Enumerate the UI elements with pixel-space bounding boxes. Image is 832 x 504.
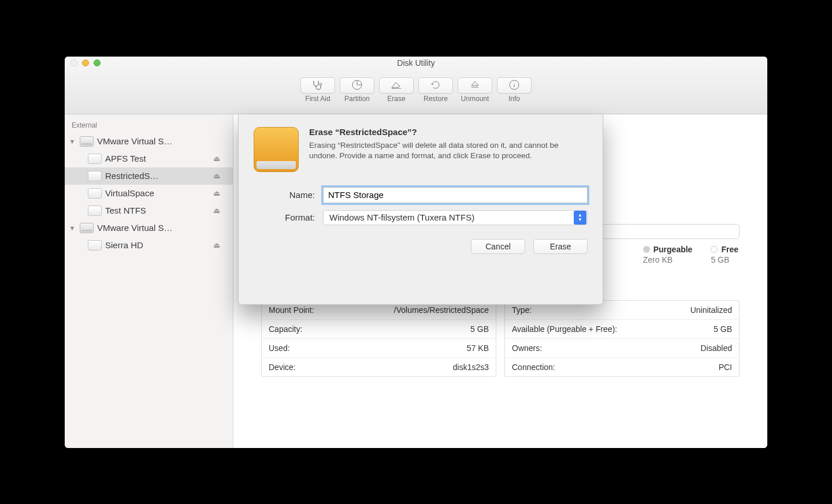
sidebar-drive-vmware-1[interactable]: ▼ VMware Virtual S… xyxy=(65,133,233,150)
detail-available: Available (Purgeable + Free):5 GB xyxy=(505,320,739,339)
detail-owners: Owners:Disabled xyxy=(505,339,739,358)
name-input[interactable] xyxy=(323,187,588,203)
disclosure-icon[interactable]: ▼ xyxy=(68,225,76,232)
toolbar: First Aid Partition Erase Restore Unmoun… xyxy=(65,69,767,114)
sheet-title: Erase “RestrictedSpace”? xyxy=(309,127,588,137)
volume-icon xyxy=(88,154,102,164)
window-minimize-button[interactable] xyxy=(82,59,89,66)
unmount-button[interactable]: Unmount xyxy=(458,77,492,103)
legend-purgeable: Purgeable Zero KB xyxy=(643,245,693,264)
name-label: Name: xyxy=(254,190,323,200)
cancel-button[interactable]: Cancel xyxy=(471,239,525,254)
volume-icon xyxy=(88,206,102,216)
sidebar-volume-restricted-space[interactable]: RestrictedS… ⏏ xyxy=(65,167,233,185)
window-close-button[interactable] xyxy=(70,59,77,66)
drive-icon xyxy=(80,223,94,233)
window-title: Disk Utility xyxy=(397,58,434,68)
detail-used: Used:57 KB xyxy=(262,339,496,358)
pie-icon xyxy=(351,79,363,92)
select-arrows-icon: ▲▼ xyxy=(574,211,586,225)
volume-icon xyxy=(88,240,102,251)
erase-form: Name: Format: Windows NT-filsystem (Tuxe… xyxy=(254,187,588,225)
sidebar-volume-sierra-hd[interactable]: Sierra HD ⏏ xyxy=(65,237,233,254)
details-right: Type:Uninitalized Available (Purgeable +… xyxy=(504,300,740,377)
format-select[interactable]: Windows NT-filsystem (Tuxera NTFS) ▲▼ xyxy=(323,210,588,225)
restore-button[interactable]: Restore xyxy=(418,77,453,103)
eject-icon[interactable]: ⏏ xyxy=(213,206,227,215)
sidebar: External ▼ VMware Virtual S… APFS Test ⏏… xyxy=(65,114,233,448)
dot-icon xyxy=(643,246,650,253)
sidebar-section-external: External xyxy=(65,119,233,132)
window-zoom-button[interactable] xyxy=(94,59,101,66)
detail-device: Device:disk1s2s3 xyxy=(262,358,496,376)
eject-icon[interactable]: ⏏ xyxy=(213,189,227,197)
traffic-lights xyxy=(70,59,101,66)
first-aid-button[interactable]: First Aid xyxy=(300,77,335,103)
erase-sheet: Erase “RestrictedSpace”? Erasing “Restri… xyxy=(238,114,603,305)
details-left: Mount Point:/Volumes/RestrictedSpace Cap… xyxy=(261,300,496,377)
details-table: Mount Point:/Volumes/RestrictedSpace Cap… xyxy=(261,300,740,377)
eject-icon xyxy=(470,80,480,92)
detail-capacity: Capacity:5 GB xyxy=(262,320,496,339)
volume-icon xyxy=(88,171,102,181)
detail-connection: Connection:PCI xyxy=(505,358,739,376)
info-icon xyxy=(508,79,520,92)
eject-icon[interactable]: ⏏ xyxy=(213,171,227,180)
format-value: Windows NT-filsystem (Tuxera NTFS) xyxy=(329,212,474,222)
erase-button[interactable]: Erase xyxy=(379,77,414,103)
sidebar-volume-apfs-test[interactable]: APFS Test ⏏ xyxy=(65,150,233,167)
dot-icon xyxy=(711,246,718,253)
restore-icon xyxy=(430,79,441,92)
titlebar-top: Disk Utility xyxy=(65,57,767,69)
disclosure-icon[interactable]: ▼ xyxy=(68,138,76,145)
format-label: Format: xyxy=(254,212,323,222)
sheet-body: Erasing “RestrictedSpace” will delete al… xyxy=(309,140,588,161)
stethoscope-icon xyxy=(311,80,324,92)
svg-point-0 xyxy=(320,83,322,85)
external-drive-icon xyxy=(254,127,299,172)
disk-utility-window: Disk Utility First Aid Partition Erase R… xyxy=(65,57,767,448)
eject-icon[interactable]: ⏏ xyxy=(213,154,227,163)
sidebar-volume-test-ntfs[interactable]: Test NTFS ⏏ xyxy=(65,202,233,219)
erase-confirm-button[interactable]: Erase xyxy=(533,239,588,254)
drive-icon xyxy=(80,136,94,147)
partition-button[interactable]: Partition xyxy=(340,77,374,103)
legend-free: Free 5 GB xyxy=(711,245,738,264)
titlebar: Disk Utility First Aid Partition Erase R… xyxy=(65,57,767,114)
volume-icon xyxy=(88,188,102,199)
sidebar-volume-virtual-space[interactable]: VirtualSpace ⏏ xyxy=(65,185,233,202)
eraser-icon xyxy=(390,80,403,92)
sidebar-drive-vmware-2[interactable]: ▼ VMware Virtual S… xyxy=(65,219,233,237)
info-button[interactable]: Info xyxy=(497,77,532,103)
eject-icon[interactable]: ⏏ xyxy=(213,241,227,249)
